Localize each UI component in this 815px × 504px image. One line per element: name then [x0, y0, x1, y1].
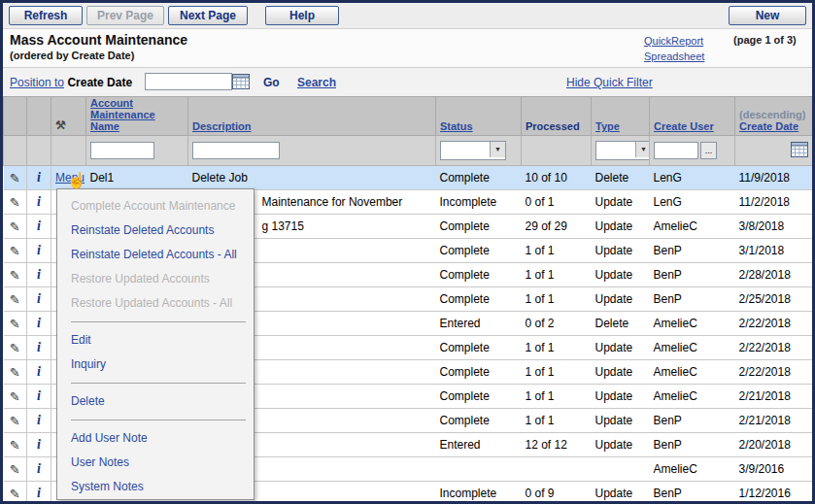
info-icon[interactable]: i	[37, 437, 41, 452]
info-icon[interactable]: i	[37, 316, 41, 330]
info-cell: i	[27, 263, 51, 287]
cell-status: Complete	[436, 360, 522, 385]
cell-type: Delete	[592, 312, 650, 336]
cell-status: Complete	[436, 336, 522, 360]
filter-name-input[interactable]	[90, 142, 154, 159]
edit-icon[interactable]: ✎	[10, 414, 20, 428]
context-menu-item[interactable]: User Notes	[57, 451, 254, 475]
col-header-description[interactable]: Description	[192, 120, 252, 132]
edit-icon[interactable]: ✎	[10, 244, 20, 258]
edit-icon[interactable]: ✎	[10, 268, 20, 283]
cell-type: Update	[592, 287, 650, 312]
info-icon[interactable]: i	[37, 291, 41, 306]
context-menu-item[interactable]: Delete	[57, 389, 254, 414]
filter-create-user-lookup-button[interactable]: ...	[700, 142, 717, 159]
col-header-type[interactable]: Type	[595, 120, 620, 132]
edit-cell: ✎	[4, 360, 27, 385]
refresh-button[interactable]: Refresh	[9, 6, 83, 25]
edit-icon[interactable]: ✎	[10, 219, 20, 234]
search-link[interactable]: Search	[297, 76, 336, 89]
page-subtitle: (ordered by Create Date)	[10, 50, 134, 61]
cell-type: Update	[592, 409, 650, 433]
info-icon[interactable]: i	[37, 243, 41, 257]
context-menu-item[interactable]: Reinstate Deleted Accounts	[57, 218, 254, 243]
spreadsheet-link[interactable]: Spreadsheet	[644, 50, 704, 62]
cell-status: Incomplete	[436, 482, 522, 504]
context-menu-item[interactable]: Inquiry	[57, 353, 254, 377]
cell-type: Update	[592, 190, 650, 215]
position-to-input[interactable]	[145, 73, 232, 90]
col-header-account-maintenance-name[interactable]: Account Maintenance Name	[90, 97, 184, 132]
help-button[interactable]: Help	[265, 6, 339, 25]
info-icon[interactable]: i	[37, 170, 41, 185]
edit-column-header	[4, 97, 27, 136]
filter-description-input[interactable]	[192, 142, 280, 159]
cell-processed: 1 of 1	[522, 263, 592, 287]
info-icon[interactable]: i	[37, 388, 41, 403]
context-menu-item[interactable]: Add User Note	[57, 426, 254, 451]
edit-icon[interactable]: ✎	[10, 462, 20, 477]
filter-create-user-input[interactable]	[654, 142, 698, 159]
info-icon[interactable]: i	[37, 413, 41, 427]
calendar-icon[interactable]	[791, 141, 808, 157]
info-icon[interactable]: i	[37, 267, 41, 282]
edit-icon[interactable]: ✎	[10, 341, 20, 355]
new-button[interactable]: New	[729, 6, 806, 25]
edit-cell: ✎	[4, 457, 27, 482]
quick-report-link[interactable]: QuickReport	[644, 35, 703, 47]
info-cell: i	[27, 215, 51, 239]
cell-create-user: AmelieC	[650, 385, 735, 409]
cell-status: Complete	[436, 287, 522, 312]
cell-type: Update	[592, 336, 650, 360]
info-icon[interactable]: i	[37, 486, 41, 500]
col-header-create-user[interactable]: Create User	[654, 120, 714, 132]
cell-create-date: 1/12/2016	[735, 482, 813, 504]
calendar-icon[interactable]	[232, 73, 250, 89]
col-header-status[interactable]: Status	[440, 120, 473, 132]
col-header-create-date[interactable]: Create Date	[739, 120, 798, 132]
edit-icon[interactable]: ✎	[10, 487, 20, 501]
edit-icon[interactable]: ✎	[10, 317, 20, 331]
chevron-down-icon: ▼	[490, 142, 505, 157]
cell-create-user: BenP	[650, 287, 735, 312]
filter-type-select[interactable]: ▼	[595, 141, 650, 160]
context-menu-item[interactable]: Edit	[57, 328, 254, 353]
edit-icon[interactable]: ✎	[10, 292, 20, 307]
go-button[interactable]: Go	[263, 76, 280, 89]
position-to-link[interactable]: Position to	[10, 76, 64, 89]
info-icon[interactable]: i	[37, 218, 41, 233]
cell-processed: 29 of 29	[522, 215, 592, 239]
next-page-button[interactable]: Next Page	[168, 6, 248, 25]
cell-create-user: BenP	[650, 409, 735, 433]
context-menu-item[interactable]: Reinstate Deleted Accounts - All	[57, 243, 254, 267]
column-tools-icon[interactable]: ⚒	[55, 118, 66, 132]
cell-processed: 1 of 1	[522, 409, 592, 433]
edit-icon[interactable]: ✎	[10, 365, 20, 380]
info-icon[interactable]: i	[37, 364, 41, 379]
hide-quick-filter-link[interactable]: Hide Quick Filter	[566, 76, 653, 89]
cell-processed	[522, 457, 592, 482]
edit-cell: ✎	[4, 433, 27, 457]
info-icon[interactable]: i	[37, 340, 41, 354]
cell-create-user: BenP	[650, 239, 735, 263]
info-icon[interactable]: i	[37, 461, 41, 476]
info-icon[interactable]: i	[37, 194, 41, 209]
edit-icon[interactable]: ✎	[10, 389, 20, 404]
edit-cell: ✎	[4, 239, 27, 263]
context-menu-item: Complete Account Maintenance	[57, 194, 254, 218]
edit-icon[interactable]: ✎	[10, 438, 20, 453]
edit-icon[interactable]: ✎	[10, 171, 20, 185]
position-to-field-label: Create Date	[67, 76, 132, 89]
cell-processed: 1 of 1	[522, 360, 592, 385]
cell-status: Entered	[436, 312, 522, 336]
cell-create-user: LenG	[650, 190, 735, 215]
cell-create-date: 2/25/2018	[735, 287, 813, 312]
cell-create-user: AmelieC	[650, 360, 735, 385]
context-menu-item[interactable]: System Notes	[57, 475, 254, 499]
edit-cell: ✎	[4, 263, 27, 287]
cell-status: Complete	[436, 409, 522, 433]
edit-icon[interactable]: ✎	[10, 195, 20, 210]
edit-cell: ✎	[4, 166, 27, 190]
filter-status-select[interactable]: ▼	[440, 141, 506, 160]
cell-processed: 12 of 12	[522, 433, 592, 457]
